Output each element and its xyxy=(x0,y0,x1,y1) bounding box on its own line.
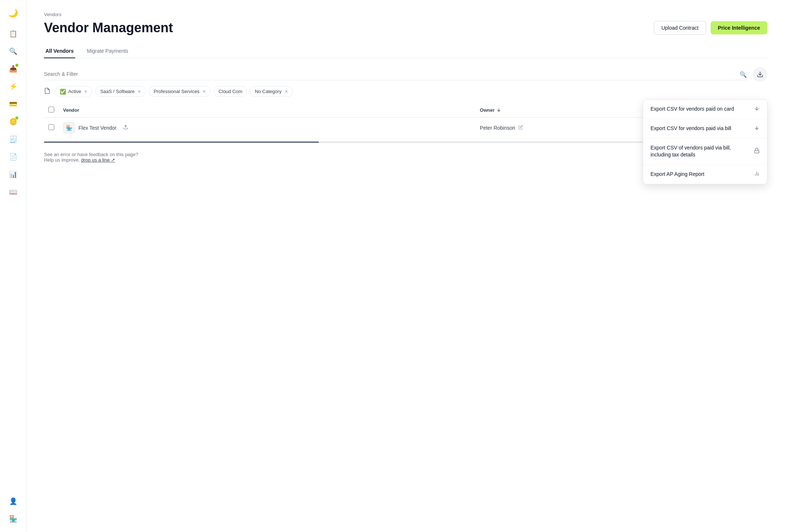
vendor-logo: 🏪 xyxy=(63,122,75,134)
lock-icon xyxy=(754,148,760,155)
remove-saas-chip[interactable]: ✕ xyxy=(137,89,141,94)
filter-chip-cloud-com[interactable]: Cloud Com xyxy=(214,86,247,97)
export-ap-aging-label: Export AP Aging Report xyxy=(651,171,749,178)
filter-row: ✅ Active ✕ SaaS / Software ✕ Professiona… xyxy=(44,86,767,97)
search-input-wrapper: 🔍 xyxy=(44,68,747,80)
filter-icon xyxy=(44,88,51,96)
report-icon[interactable]: 📊 xyxy=(6,167,21,182)
row-checkbox-cell xyxy=(44,117,59,138)
download-icon-2 xyxy=(754,125,760,132)
export-csv-bill-tax-label: Export CSV of vendors paid via bill, inc… xyxy=(651,144,749,159)
coin-icon[interactable]: 🪙 xyxy=(6,114,21,129)
price-intelligence-button[interactable]: Price Intelligence xyxy=(711,21,767,34)
remove-no-category-chip[interactable]: ✕ xyxy=(284,89,288,94)
bar-chart-icon xyxy=(754,171,760,178)
upload-contract-button[interactable]: Upload Contract xyxy=(654,21,706,35)
filter-chip-saas[interactable]: SaaS / Software ✕ xyxy=(95,86,146,97)
user-icon[interactable]: 👤 xyxy=(6,494,21,509)
tab-migrate-payments[interactable]: Migrate Payments xyxy=(85,44,130,58)
chip-label-no-category: No Category xyxy=(255,89,281,94)
chip-label-professional-services: Professional Services xyxy=(154,89,199,94)
chip-label-cloud-com: Cloud Com xyxy=(218,89,242,94)
main-content: Vendors Vendor Management Upload Contrac… xyxy=(26,0,785,532)
owner-name: Peter Robinson xyxy=(480,125,515,131)
export-csv-bill-item[interactable]: Export CSV for vendors paid via bill xyxy=(643,119,767,138)
table-select-all-header xyxy=(44,103,59,118)
download-icon xyxy=(754,106,760,113)
vendor-upload-icon[interactable] xyxy=(123,125,128,131)
list-icon[interactable]: 📄 xyxy=(6,149,21,164)
row-checkbox[interactable] xyxy=(48,124,54,130)
export-csv-bill-tax-item[interactable]: Export CSV of vendors paid via bill, inc… xyxy=(643,138,767,165)
page-title: Vendor Management xyxy=(44,20,173,36)
building-icon[interactable]: 🏪 xyxy=(6,511,21,526)
inbox-icon[interactable]: 📥 xyxy=(6,62,21,76)
receipt-icon[interactable]: 🧾 xyxy=(6,132,21,147)
tab-all-vendors[interactable]: All Vendors xyxy=(44,44,75,58)
sidebar: 🌙 📋 🔍 📥 ⚡ 💳 🪙 🧾 📄 📊 📖 👤 🏪 xyxy=(0,0,26,532)
export-csv-card-item[interactable]: Export CSV for vendors paid on card xyxy=(643,100,767,119)
export-ap-aging-item[interactable]: Export AP Aging Report xyxy=(643,165,767,184)
search-section: 🔍 ✅ Active ✕ xyxy=(44,67,767,143)
remove-active-chip[interactable]: ✕ xyxy=(84,89,88,94)
vendor-column-header: Vendor xyxy=(59,103,475,118)
lightning-icon[interactable]: ⚡ xyxy=(6,79,21,94)
remove-professional-services-chip[interactable]: ✕ xyxy=(202,89,206,94)
search-filter-row: 🔍 xyxy=(44,67,767,82)
feedback-link[interactable]: drop us a line ↗ xyxy=(81,157,115,163)
chip-label-saas: SaaS / Software xyxy=(100,89,134,94)
export-csv-bill-label: Export CSV for vendors paid via bill xyxy=(651,125,749,132)
card-icon[interactable]: 💳 xyxy=(6,97,21,111)
clipboard-icon[interactable]: 📋 xyxy=(6,26,21,41)
book-icon[interactable]: 📖 xyxy=(6,185,21,199)
vendor-name: Flex Test Vendor xyxy=(78,125,117,131)
header-actions: Upload Contract Price Intelligence xyxy=(654,21,767,35)
scroll-thumb xyxy=(44,141,319,143)
check-circle-icon: ✅ xyxy=(60,89,66,95)
export-csv-card-label: Export CSV for vendors paid on card xyxy=(651,106,749,113)
filter-chip-professional-services[interactable]: Professional Services ✕ xyxy=(149,86,211,97)
svg-rect-5 xyxy=(755,150,759,153)
search-icon[interactable]: 🔍 xyxy=(740,71,747,78)
select-all-checkbox[interactable] xyxy=(48,107,54,112)
edit-owner-icon[interactable] xyxy=(518,125,523,131)
breadcrumb: Vendors xyxy=(44,12,767,17)
app-logo[interactable]: 🌙 xyxy=(6,6,21,21)
filter-chip-active[interactable]: ✅ Active ✕ xyxy=(55,86,92,97)
filter-chip-no-category[interactable]: No Category ✕ xyxy=(250,86,293,97)
vendor-name-cell: 🏪 Flex Test Vendor xyxy=(59,117,475,138)
export-dropdown-menu: Export CSV for vendors paid on card Expo… xyxy=(643,99,767,184)
page-header: Vendor Management Upload Contract Price … xyxy=(44,20,767,36)
tabs: All Vendors Migrate Payments xyxy=(44,44,767,58)
chip-label-active: Active xyxy=(68,89,81,94)
search-input[interactable] xyxy=(44,68,747,80)
export-download-button[interactable] xyxy=(753,67,767,82)
search-icon[interactable]: 🔍 xyxy=(6,44,21,59)
